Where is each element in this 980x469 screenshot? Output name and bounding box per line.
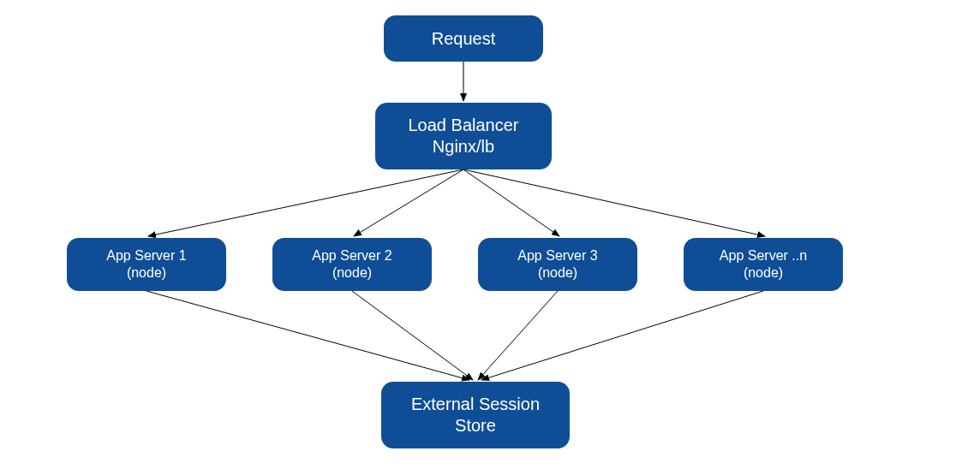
edge-app1-store xyxy=(146,291,469,380)
edge-appn-store xyxy=(481,291,763,380)
node-app-server-n-label-2: (node) xyxy=(744,264,783,282)
node-app-server-1-label-1: App Server 1 xyxy=(106,247,186,264)
node-session-store-label-2: Store xyxy=(455,415,496,436)
node-app-server-3: App Server 3 (node) xyxy=(478,238,637,291)
node-app-server-n-label-1: App Server ..n xyxy=(720,247,807,264)
node-app-server-2-label-2: (node) xyxy=(332,264,372,282)
edge-lb-app3 xyxy=(463,169,559,236)
node-app-server-1-label-2: (node) xyxy=(127,264,166,282)
node-request-label: Request xyxy=(432,28,496,50)
node-session-store-label-1: External Session xyxy=(411,394,540,415)
node-app-server-3-label-2: (node) xyxy=(538,264,577,282)
node-request: Request xyxy=(384,15,543,62)
node-load-balancer-label-2: Nginx/lb xyxy=(433,136,494,157)
node-load-balancer-label-1: Load Balancer xyxy=(409,115,519,136)
edge-app2-store xyxy=(352,291,473,380)
node-session-store: External Session Store xyxy=(381,382,570,448)
edge-lb-app1 xyxy=(148,169,463,236)
node-app-server-2: App Server 2 (node) xyxy=(272,238,432,291)
node-app-server-3-label-1: App Server 3 xyxy=(517,247,597,264)
edge-lb-appn xyxy=(463,169,765,236)
node-app-server-n: App Server ..n (node) xyxy=(684,238,843,291)
node-app-server-1: App Server 1 (node) xyxy=(67,238,226,291)
node-app-server-2-label-1: App Server 2 xyxy=(312,247,391,264)
node-load-balancer: Load Balancer Nginx/lb xyxy=(375,103,552,169)
edge-lb-app2 xyxy=(354,169,463,236)
edge-app3-store xyxy=(478,291,558,380)
